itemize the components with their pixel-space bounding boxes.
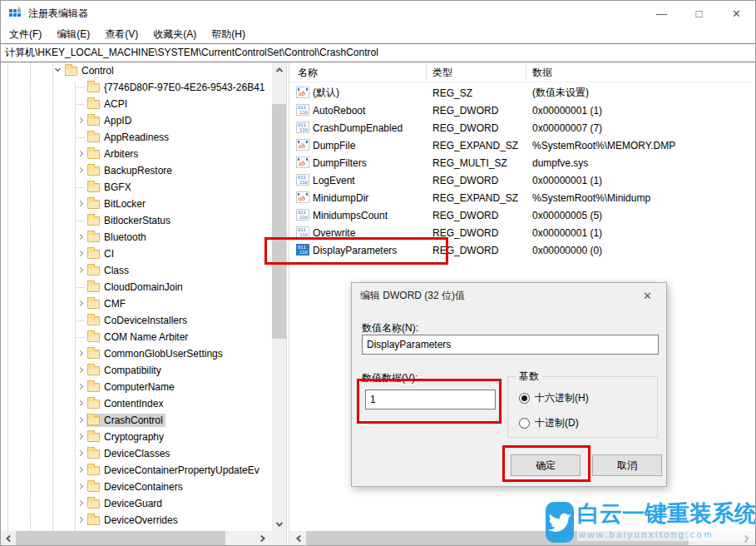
tree-item[interactable]: BitLocker [1,196,269,212]
tree-item[interactable]: Bluetooth [1,229,269,246]
tree-item[interactable]: CI [1,246,269,262]
tree-vscroll-thumb[interactable] [272,104,286,339]
scroll-up-icon[interactable] [272,62,286,77]
tree-node[interactable]: CrashControl [86,414,166,427]
cancel-button[interactable]: 取消 [592,454,662,476]
tree-item[interactable]: DeviceContainerPropertyUpdateEv [1,462,269,479]
radio-selected-icon[interactable] [519,393,530,404]
tree-node[interactable]: CI [86,247,116,261]
chevron-right-icon[interactable] [75,398,86,410]
tree-item[interactable]: BitlockerStatus [1,212,269,229]
tree-node[interactable]: BitLocker [86,197,148,211]
tree-item[interactable]: BackupRestore [1,162,269,179]
tree-item[interactable]: CommonGlobUserSettings [1,345,269,362]
chevron-down-icon[interactable] [52,65,64,77]
ok-button[interactable]: 确定 [511,454,581,476]
tree-node[interactable]: CommonGlobUserSettings [86,347,225,360]
tree-item[interactable]: BGFX [1,179,269,196]
menu-view[interactable]: 查看(V) [97,26,146,43]
tree-node[interactable]: BackupRestore [86,164,175,177]
menu-help[interactable]: 帮助(H) [204,26,253,43]
chevron-right-icon[interactable] [75,514,86,526]
value-row[interactable]: 011110AutoRebootREG_DWORD0x00000001 (1) [289,102,755,119]
tree-item[interactable]: Control [1,62,269,79]
tree-item[interactable]: AppID [1,112,269,129]
chevron-right-icon[interactable] [75,481,86,493]
scroll-left-icon[interactable] [1,531,15,545]
tree-node[interactable]: DeviceGuard [86,497,165,510]
tree-item[interactable]: CloudDomainJoin [1,279,269,295]
value-row[interactable]: 011110CrashDumpEnabledREG_DWORD0x0000000… [289,119,755,136]
tree-item[interactable]: CoDeviceInstallers [1,312,269,329]
tree-item[interactable]: AppReadiness [1,129,269,146]
chevron-right-icon[interactable] [75,298,86,310]
tree-item[interactable]: Class [1,262,269,279]
column-header-name[interactable]: 名称 [298,62,318,82]
column-separator[interactable] [526,64,526,81]
tree-item[interactable]: DeviceGuard [1,495,269,512]
tree-node[interactable]: ACPI [86,97,130,111]
tree-node[interactable]: DeviceContainers [86,480,185,494]
chevron-right-icon[interactable] [75,265,86,276]
tree-node[interactable]: DeviceContainerPropertyUpdateEv [86,464,262,477]
tree-node[interactable]: {7746D80F-97E0-4E26-9543-26B41 [86,81,267,94]
tree-node[interactable]: ContentIndex [86,397,166,410]
value-row[interactable]: abMinidumpDirREG_EXPAND_SZ%SystemRoot%\M… [289,189,755,206]
chevron-right-icon[interactable] [75,348,86,360]
scroll-right-icon[interactable] [255,531,269,545]
tree-item[interactable]: {7746D80F-97E0-4E26-9543-26B41 [1,79,269,96]
tree-item[interactable]: DeviceOverrides [1,512,269,529]
value-row[interactable]: 011110LogEventREG_DWORD0x00000001 (1) [289,171,755,189]
value-row[interactable]: 011110OverwriteREG_DWORD0x00000001 (1) [289,224,755,241]
chevron-right-icon[interactable] [75,198,86,210]
chevron-right-icon[interactable] [75,165,86,176]
value-row[interactable]: abDumpFiltersREG_MULTI_SZdumpfve.sys [289,154,755,171]
tree-item[interactable]: DeviceContainers [1,479,269,495]
hex-radio-option[interactable]: 十六进制(H) [519,391,589,405]
tree-item[interactable]: Compatibility [1,362,269,379]
tree-vertical-scrollbar[interactable] [272,62,286,531]
tree-node[interactable]: CoDeviceInstallers [86,314,190,327]
decimal-radio-option[interactable]: 十进制(D) [519,416,579,430]
menu-edit[interactable]: 编辑(E) [49,26,97,43]
tree-node[interactable]: DeviceOverrides [86,514,180,527]
dialog-close-button[interactable]: ✕ [629,283,666,308]
tree-item[interactable]: DeviceClasses [1,445,269,462]
value-row[interactable]: 011110DisplayParametersREG_DWORD0x000000… [289,241,755,259]
tree-node[interactable]: Class [86,264,131,277]
maximize-button[interactable]: □ [680,1,718,26]
tree-item[interactable]: CMF [1,295,269,312]
tree-node[interactable]: BGFX [86,181,134,194]
scroll-down-icon[interactable] [272,517,286,531]
chevron-right-icon[interactable] [75,115,86,127]
radio-unselected-icon[interactable] [519,418,530,429]
menu-favorites[interactable]: 收藏夹(A) [146,26,204,43]
tree-node[interactable]: ComputerName [86,380,177,394]
chevron-right-icon[interactable] [75,498,86,509]
tree-node[interactable]: CloudDomainJoin [86,280,185,294]
value-name-input[interactable] [362,335,659,355]
tree-node[interactable]: DeviceClasses [86,447,172,460]
value-row[interactable]: 011110MinidumpsCountREG_DWORD0x00000005 … [289,206,755,224]
chevron-right-icon[interactable] [75,248,86,260]
value-row[interactable]: ab(默认)REG_SZ(数值未设置) [289,84,755,102]
tree-item[interactable]: CrashControl [1,412,269,429]
column-header-type[interactable]: 类型 [432,62,452,82]
tree-node[interactable]: Compatibility [86,364,164,377]
tree-horizontal-scrollbar[interactable] [1,531,286,545]
chevron-right-icon[interactable] [75,448,86,459]
chevron-right-icon[interactable] [75,381,86,393]
chevron-right-icon[interactable] [75,414,86,426]
tree-item[interactable]: ACPI [1,96,269,112]
menu-file[interactable]: 文件(F) [2,26,49,43]
tree-hscroll-thumb[interactable] [16,531,225,545]
column-header-data[interactable]: 数据 [532,62,552,82]
tree-node[interactable]: Control [64,64,116,77]
tree-item[interactable]: Cryptography [1,429,269,445]
address-bar[interactable]: 计算机\HKEY_LOCAL_MACHINE\SYSTEM\CurrentCon… [1,43,755,62]
value-row[interactable]: abDumpFileREG_EXPAND_SZ%SystemRoot%\MEMO… [289,136,755,154]
tree-node[interactable]: CMF [86,297,128,310]
chevron-right-icon[interactable] [75,431,86,443]
tree-node[interactable]: AppReadiness [86,131,171,144]
minimize-button[interactable]: — [643,1,680,26]
